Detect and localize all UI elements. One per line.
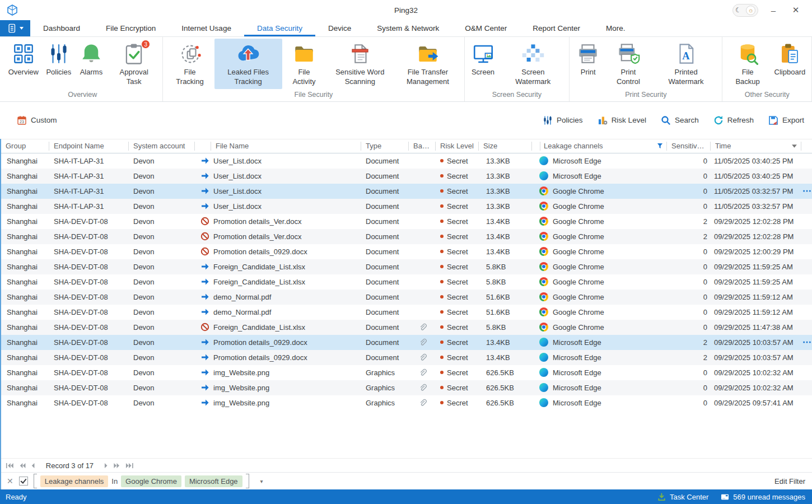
refresh-button[interactable]: Refresh — [713, 115, 754, 125]
column-header-time[interactable]: Time — [711, 142, 801, 151]
cell-system-account: Devon — [129, 187, 195, 195]
ribbon-item-file-backup[interactable]: File Backup — [725, 39, 770, 89]
ribbon-item-leaked-files-tracking[interactable]: Leaked Files Tracking — [214, 39, 282, 89]
cell-type: Document — [361, 293, 409, 301]
table-row[interactable]: ShanghaiSHA-IT-LAP-31DevonUser_List.docx… — [1, 199, 812, 214]
tab-more[interactable]: More. — [593, 20, 638, 36]
filter-field-chip[interactable]: Leakage channels — [40, 475, 109, 487]
column-header-leakage-channels[interactable]: Leakage channels — [539, 142, 667, 151]
ribbon-item-screen[interactable]: Screen — [467, 39, 500, 80]
table-row[interactable]: ShanghaiSHA-IT-LAP-31DevonUser_List.docx… — [1, 184, 812, 199]
table-row[interactable]: ShanghaiSHA-DEV-DT-08DevonPromotion deta… — [1, 244, 812, 259]
sun-icon[interactable]: ☼ — [746, 6, 755, 15]
custom-button[interactable]: 23Custom — [17, 115, 57, 125]
table-row[interactable]: ShanghaiSHA-DEV-DT-08DevonPromotion deta… — [1, 350, 812, 365]
column-header-risk-level[interactable]: Risk Level — [436, 142, 479, 151]
table-row[interactable]: ShanghaiSHA-DEV-DT-08DevonPromotion deta… — [1, 214, 812, 229]
ribbon-item-file-transfer-management[interactable]: File Transfer Management — [394, 39, 461, 89]
column-header-label: Type — [366, 142, 405, 150]
cell-time: 11/05/2025 03:32:57 PM — [711, 202, 801, 211]
tab-system-network[interactable]: System & Network — [364, 20, 452, 36]
search-button[interactable]: Search — [661, 115, 699, 125]
table-row[interactable]: ShanghaiSHA-DEV-DT-08DevonForeign_Candid… — [1, 320, 812, 335]
remove-filter-icon[interactable]: ✕ — [7, 477, 13, 486]
tab-file-encryption[interactable]: File Encryption — [93, 20, 169, 36]
column-header-group[interactable]: Group — [1, 142, 49, 151]
column-header-sensitive[interactable]: Sensitive ... — [667, 142, 711, 151]
cell-size: 51.6KB — [479, 308, 532, 316]
ribbon-item-overview[interactable]: Overview — [4, 39, 43, 80]
table-row[interactable]: ShanghaiSHA-DEV-DT-08DevonForeign_Candid… — [1, 259, 812, 274]
pg-last-icon[interactable] — [125, 463, 134, 469]
filter-dropdown-icon[interactable]: ▾ — [260, 478, 263, 484]
pg-next-icon[interactable] — [104, 463, 108, 469]
table-row[interactable]: ShanghaiSHA-DEV-DT-08Devondemo_Normal.pd… — [1, 305, 812, 320]
tab-dashboard[interactable]: Dashboard — [30, 20, 93, 36]
column-header-endpoint-name[interactable]: Endpoint Name — [49, 142, 129, 151]
table-row[interactable]: ShanghaiSHA-IT-LAP-31DevonUser_List.docx… — [1, 169, 812, 184]
risk-level-button[interactable]: Risk Level — [598, 115, 646, 125]
table-row[interactable]: ShanghaiSHA-DEV-DT-08DevonPromotion deta… — [1, 229, 812, 244]
table-row[interactable]: ShanghaiSHA-DEV-DT-08DevonForeign_Candid… — [1, 274, 812, 290]
ribbon-item-approval-task[interactable]: 3Approval Task — [108, 39, 161, 89]
table-row[interactable]: ShanghaiSHA-DEV-DT-08Devonimg_Website.pn… — [1, 365, 812, 380]
column-header-spacer[interactable] — [801, 142, 812, 151]
row-menu-button[interactable] — [802, 189, 811, 193]
filter-operator[interactable]: In — [111, 477, 118, 486]
filter-expression[interactable]: Leakage channels In Google ChromeMicroso… — [34, 474, 249, 488]
messages-button[interactable]: 569 unread messages — [721, 493, 805, 501]
ribbon-item-file-activity[interactable]: File Activity — [282, 39, 326, 89]
filter-value-chip[interactable]: Microsoft Edge — [185, 475, 242, 487]
export-button[interactable]: Export — [768, 115, 804, 125]
minimize-button[interactable]: – — [766, 6, 781, 15]
column-header-type[interactable]: Type — [361, 142, 409, 151]
ribbon-item-print-control[interactable]: Print Control — [604, 39, 652, 89]
pg-fastprev-icon[interactable] — [19, 463, 26, 469]
edit-filter-button[interactable]: Edit Filter — [774, 477, 805, 486]
app-menu-button[interactable] — [0, 20, 30, 36]
ribbon-item-file-tracking[interactable]: File Tracking — [165, 39, 214, 89]
pg-first-icon[interactable] — [6, 463, 14, 469]
task-center-button[interactable]: Task Center — [657, 493, 708, 501]
pg-fastnext-icon[interactable] — [113, 463, 120, 469]
ribbon-item-clipboard[interactable]: Clipboard — [771, 39, 809, 80]
tab-internet-usage[interactable]: Internet Usage — [169, 20, 244, 36]
tab-report-center[interactable]: Report Center — [520, 20, 593, 36]
risk-dot-icon — [440, 265, 444, 268]
theme-toggle[interactable]: ☾ ☼ — [732, 4, 758, 17]
cell-system-account: Devon — [129, 323, 195, 332]
filter-value-chip[interactable]: Google Chrome — [121, 475, 181, 487]
table-row[interactable]: ShanghaiSHA-DEV-DT-08Devondemo_Normal.pd… — [1, 290, 812, 305]
pg-prev-icon[interactable] — [31, 463, 35, 469]
table-row[interactable]: ShanghaiSHA-DEV-DT-08DevonPromotion deta… — [1, 335, 812, 350]
column-header-spacer[interactable] — [195, 142, 211, 151]
cell-backup — [409, 399, 436, 407]
column-header-system-account[interactable]: System account — [129, 142, 195, 151]
table-row[interactable]: ShanghaiSHA-IT-LAP-31DevonUser_List.docx… — [1, 153, 812, 169]
tab-o-m-center[interactable]: O&M Center — [452, 20, 520, 36]
cell-endpoint-name: SHA-DEV-DT-08 — [49, 293, 129, 301]
table-row[interactable]: ShanghaiSHA-DEV-DT-08Devonimg_Website.pn… — [1, 380, 812, 395]
moon-icon[interactable]: ☾ — [735, 6, 741, 14]
column-header-file-name[interactable]: File Name — [211, 142, 361, 151]
policies-button[interactable]: Policies — [543, 115, 583, 125]
cell-system-account: Devon — [129, 202, 195, 211]
close-button[interactable]: ✕ — [788, 5, 803, 15]
ribbon-item-sensitive-word-scanning[interactable]: Sensitive Word Scanning — [326, 39, 394, 89]
column-header-size[interactable]: Size — [479, 142, 532, 151]
ribbon-item-print[interactable]: Print — [572, 39, 604, 80]
tab-device[interactable]: Device — [315, 20, 364, 36]
filter-enabled-checkbox[interactable] — [19, 477, 28, 486]
column-header-backup[interactable]: Backup — [409, 142, 436, 151]
ribbon-item-alarms[interactable]: Alarms — [75, 39, 108, 80]
ribbon-item-policies[interactable]: Policies — [43, 39, 75, 80]
chrome-icon — [539, 247, 548, 256]
table-row[interactable]: ShanghaiSHA-DEV-DT-08Devonimg_Website.pn… — [1, 395, 812, 410]
funnel-icon[interactable] — [657, 143, 663, 149]
caret-down-icon[interactable] — [791, 143, 797, 149]
row-menu-button[interactable] — [802, 340, 811, 344]
ribbon-item-printed-watermark[interactable]: APrinted Watermark — [652, 39, 720, 89]
filter-value-chips: Google ChromeMicrosoft Edge — [121, 475, 242, 487]
tab-data-security[interactable]: Data Security — [244, 20, 315, 36]
ribbon-item-screen-watermark[interactable]: Screen Watermark — [500, 39, 567, 89]
